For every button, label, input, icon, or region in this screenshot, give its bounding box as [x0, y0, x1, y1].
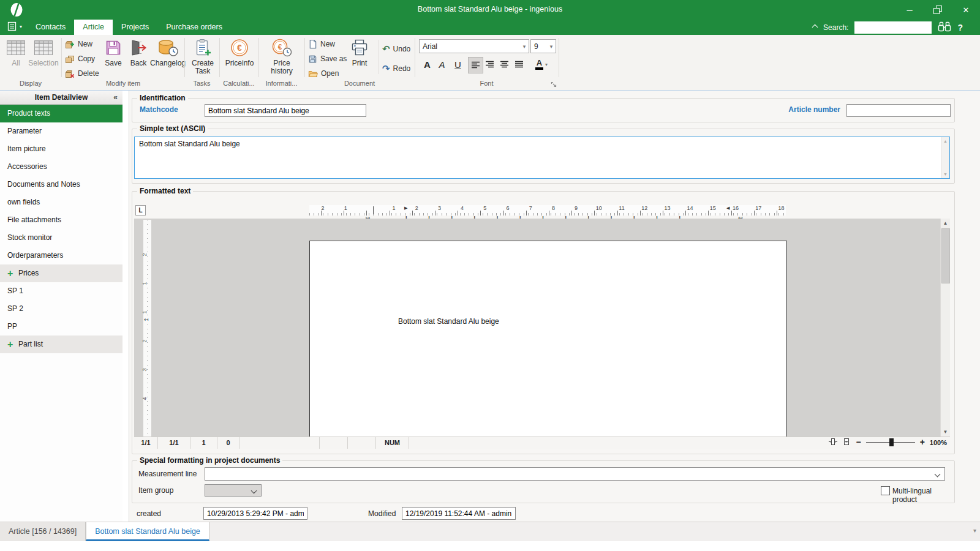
font-size-select[interactable]: 9 ▾ [530, 39, 556, 53]
display-selection-button[interactable]: Selection [28, 37, 59, 67]
font-dialog-launcher[interactable] [551, 81, 557, 89]
fit-page-icon[interactable] [829, 438, 837, 448]
sidebar-item-sp-2[interactable]: SP 2 [0, 300, 123, 318]
new-item-button[interactable]: New [65, 37, 99, 51]
menu-tab-projects[interactable]: Projects [113, 20, 157, 35]
redo-button[interactable]: ↷ Redo [382, 61, 410, 77]
sidebar-item-orderparameters[interactable]: Orderparameters [0, 247, 123, 264]
copy-item-button[interactable]: Copy [65, 51, 99, 66]
binoculars-icon[interactable] [938, 21, 951, 34]
undo-button[interactable]: ↶ Undo [382, 41, 410, 57]
sidebar-item-stock-monitor[interactable]: Stock monitor [0, 229, 123, 247]
ruler-number: 2 [415, 205, 418, 211]
create-task-button[interactable]: Create Task [189, 37, 217, 75]
scrollbar-thumb[interactable] [941, 228, 950, 283]
scroll-up-icon[interactable]: ▲ [941, 219, 950, 228]
sidebar-item-label: Part list [18, 335, 43, 353]
collapse-ribbon-icon[interactable] [812, 24, 818, 31]
sidebar-item-accessories[interactable]: Accessories [0, 158, 123, 176]
search-input[interactable] [854, 21, 932, 34]
app-menu-button[interactable]: ▾ [7, 21, 22, 32]
sidebar-item-pp[interactable]: PP [0, 318, 123, 335]
back-button[interactable]: Back [126, 37, 151, 67]
menu-tab-article[interactable]: Article [74, 20, 113, 35]
zoom-out-button[interactable]: − [856, 437, 861, 448]
minimize-button[interactable]: ─ [895, 0, 924, 20]
matchcode-input[interactable] [205, 104, 366, 117]
scroll-up-icon[interactable]: ▲ [941, 137, 949, 145]
font-family-select[interactable]: Arial ▾ [419, 39, 529, 53]
sidebar-item-item-picture[interactable]: Item picture [0, 140, 123, 158]
new-box-icon [65, 40, 75, 49]
tab-alignment-selector[interactable]: L [135, 205, 146, 216]
document-tab-article-156-14369[interactable]: Article [156 / 14369] [0, 522, 86, 541]
changelog-button[interactable]: Changelog [151, 37, 185, 67]
rtf-editor-canvas[interactable]: ↤ 211234 Bottom slat Standard Alu beige … [134, 219, 950, 437]
modified-value-box[interactable] [402, 507, 516, 520]
statusbar-cell: 0 [217, 437, 239, 449]
sidebar-item-parameter[interactable]: Parameter [0, 122, 123, 140]
help-button[interactable]: ? [957, 23, 963, 32]
article-number-input[interactable] [846, 104, 951, 117]
document-new-button[interactable]: New [308, 37, 347, 51]
vertical-indent-marker[interactable]: ↤ [144, 317, 149, 323]
zoom-slider[interactable] [866, 442, 915, 443]
document-open-button[interactable]: Open [308, 66, 347, 81]
fit-width-icon[interactable] [842, 438, 851, 448]
tab-scroll-icon[interactable]: ▾ [973, 527, 976, 534]
simple-text-value: Bottom slat Standard Alu beige [139, 140, 240, 148]
align-left-button[interactable] [468, 57, 483, 73]
create-task-label: Create Task [192, 59, 214, 75]
measurement-line-select[interactable] [205, 467, 945, 481]
scroll-down-icon[interactable]: ▼ [941, 427, 950, 437]
dropdown-icon: ▾ [547, 43, 556, 50]
open-folder-icon [308, 70, 318, 78]
first-line-indent-marker[interactable]: ▶ [404, 206, 407, 211]
application-window: Bottom slat Standard Alu beige - ingenio… [0, 0, 980, 551]
delete-item-button[interactable]: Delete [65, 66, 99, 81]
right-indent-marker[interactable]: ◀ [726, 206, 729, 211]
identification-title: Identification [137, 94, 188, 102]
zoom-slider-handle[interactable] [889, 438, 894, 446]
sidebar-item-part-list[interactable]: +Part list [0, 335, 123, 353]
priceinfo-button[interactable]: € Priceinfo [223, 37, 256, 67]
align-center-button[interactable] [497, 57, 511, 72]
price-history-button[interactable]: € Price history [265, 37, 299, 75]
document-save-as-button[interactable]: Save as [308, 51, 347, 66]
multilingual-checkbox[interactable] [881, 486, 890, 495]
scroll-down-icon[interactable]: ▼ [941, 170, 949, 178]
sidebar-item-prices[interactable]: +Prices [0, 264, 123, 282]
editor-scrollbar[interactable]: ▲ ▼ [940, 219, 950, 437]
simple-text-editor[interactable]: Bottom slat Standard Alu beige ▲ ▼ [134, 137, 950, 179]
sidebar-item-file-attachments[interactable]: File attachments [0, 211, 123, 229]
restore-button[interactable] [924, 0, 952, 20]
statusbar-cell: NUM [376, 437, 409, 449]
app-logo-icon [9, 2, 24, 20]
print-button[interactable]: Print [347, 37, 372, 67]
menu-tab-purchase-orders[interactable]: Purchase orders [157, 20, 231, 35]
menu-tab-contacts[interactable]: Contacts [27, 20, 74, 35]
created-value-box[interactable] [203, 507, 307, 520]
simple-text-scrollbar[interactable]: ▲ ▼ [941, 137, 949, 178]
display-all-button[interactable]: All [5, 37, 27, 67]
sidebar-item-sp-1[interactable]: SP 1 [0, 282, 123, 300]
document-tab-bottom-slat-standard-alu-beige[interactable]: Bottom slat Standard Alu beige [86, 522, 209, 541]
sidebar-item-documents-and-notes[interactable]: Documents and Notes [0, 176, 123, 193]
italic-button[interactable]: A [435, 57, 449, 72]
align-justify-icon [514, 61, 524, 69]
document-page[interactable]: Bottom slat Standard Alu beige [309, 241, 787, 437]
bold-button[interactable]: A [420, 57, 434, 72]
sidebar-item-product-texts[interactable]: Product texts [0, 105, 123, 122]
close-button[interactable]: ✕ [952, 0, 980, 20]
underline-button[interactable]: U [451, 57, 465, 72]
collapse-sidebar-icon[interactable]: « [113, 91, 118, 104]
zoom-in-button[interactable]: + [920, 437, 925, 448]
font-color-button[interactable]: A ▾ [530, 57, 552, 72]
align-right-button[interactable] [483, 57, 497, 72]
ruler-number: 10 [596, 205, 602, 211]
item-group-select[interactable] [205, 484, 262, 497]
align-justify-button[interactable] [512, 57, 526, 72]
sidebar-item-own-fields[interactable]: own fields [0, 193, 123, 211]
save-button[interactable]: Save [102, 37, 125, 67]
euro-coin-icon: € [230, 37, 249, 58]
